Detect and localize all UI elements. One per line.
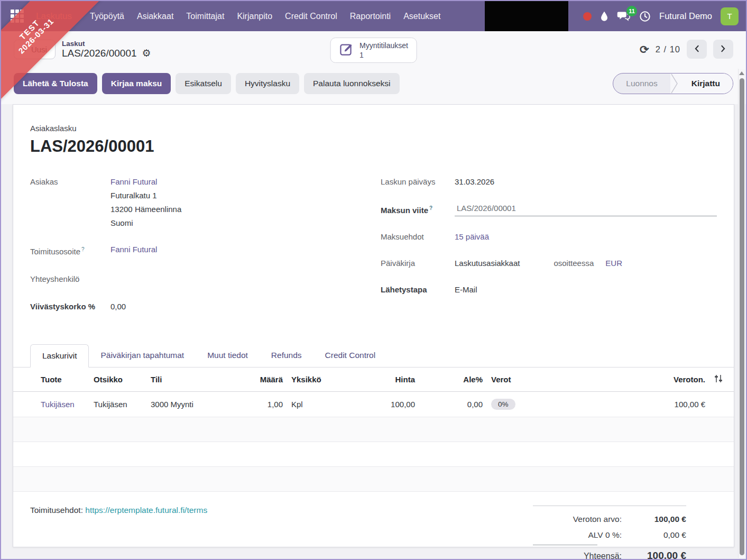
- customer-link[interactable]: Fanni Futural: [110, 175, 181, 189]
- table-row-empty: [13, 467, 734, 492]
- terms-label: Toimitusehdot:: [30, 506, 83, 515]
- breadcrumb-current: LAS/2026/00001: [62, 48, 137, 59]
- navbar-systray: 11 Futural Demo T: [485, 1, 739, 31]
- document-type-label: Asiakaslasku: [30, 124, 717, 133]
- journal-value[interactable]: Laskutusasiakkaat: [455, 256, 520, 270]
- table-header-row: Tuote Otsikko Tili Määrä Yksikkö Hinta A…: [13, 368, 734, 392]
- control-panel: + Uusi Laskut LAS/2026/00001 ⚙ Myyntitil…: [1, 31, 746, 67]
- new-button-label: Uusi: [31, 45, 47, 54]
- apps-grid-icon[interactable]: [11, 10, 24, 23]
- register-payment-button[interactable]: Kirjaa maksu: [102, 73, 171, 94]
- action-bar: Lähetä & Tulosta Kirjaa maksu Esikatselu…: [1, 67, 746, 104]
- scrollbar-thumb[interactable]: [740, 78, 744, 555]
- contact-field[interactable]: [110, 272, 368, 286]
- col-header-account: Tili: [146, 368, 241, 392]
- sale-orders-smart-button[interactable]: Myyntitilaukset 1: [330, 38, 417, 63]
- notebook-tabs: Laskurivit Päiväkirjan tapahtumat Muut t…: [13, 344, 734, 368]
- payment-ref-label: Maksun viite?: [381, 201, 455, 217]
- col-header-product: Tuote: [36, 368, 89, 392]
- late-fee-label: Viivästyskorko %: [30, 300, 110, 314]
- droplet-icon[interactable]: [600, 11, 608, 22]
- pager: ⟳ 2 / 10: [640, 40, 733, 59]
- journal-currency-link[interactable]: EUR: [605, 256, 622, 270]
- gear-icon[interactable]: ⚙: [142, 48, 151, 58]
- delivery-method-label: Lähetystapa: [381, 283, 455, 297]
- invoice-date-label: Laskun päiväys: [381, 175, 455, 189]
- invoice-sheet: Asiakaslasku LAS/2026/00001 Asiakas Fann…: [13, 104, 734, 547]
- reset-to-draft-button[interactable]: Palauta luonnokseksi: [304, 73, 400, 94]
- chevron-right-icon: [720, 44, 726, 54]
- statusbar: Luonnos Kirjattu: [613, 73, 733, 94]
- invoice-date-value[interactable]: 31.03.2026: [455, 175, 494, 189]
- nav-item-asetukset[interactable]: Asetukset: [403, 12, 440, 21]
- preview-button[interactable]: Esikatselu: [176, 73, 231, 94]
- new-button[interactable]: + Uusi: [14, 40, 56, 59]
- help-question-icon: ?: [81, 246, 85, 252]
- send-print-button[interactable]: Lähetä & Tulosta: [14, 73, 97, 94]
- pager-next-button[interactable]: [713, 40, 733, 59]
- delivery-method-value[interactable]: E-Mail: [455, 283, 477, 297]
- credit-note-button[interactable]: Hyvityslasku: [236, 73, 299, 94]
- tab-journal-items[interactable]: Päiväkirjan tapahtumat: [89, 344, 196, 367]
- cell-price: 100,00: [336, 392, 419, 417]
- col-header-uom: Yksikkö: [287, 368, 336, 392]
- total-label: Yhteensä:: [584, 548, 622, 559]
- clock-icon[interactable]: [639, 11, 651, 22]
- terms-line: Toimitusehdot: https://erptemplate.futur…: [30, 506, 207, 515]
- untaxed-label: Veroton arvo:: [573, 511, 622, 527]
- totals-divider: [533, 545, 597, 545]
- col-header-discount: Ale%: [419, 368, 487, 392]
- cell-account: 3000 Myynti: [146, 392, 241, 417]
- breadcrumb-parent[interactable]: Laskut: [62, 40, 151, 48]
- smart-button-label: Myyntitilaukset: [359, 41, 408, 50]
- tab-refunds[interactable]: Refunds: [260, 344, 313, 367]
- delivery-address-label: Toimitusosoite?: [30, 243, 110, 259]
- nav-item-credit-control[interactable]: Credit Control: [285, 12, 337, 21]
- delivery-address-link[interactable]: Fanni Futural: [110, 245, 157, 254]
- terms-link[interactable]: https://erptemplate.futural.fi/terms: [85, 506, 207, 515]
- nav-item-kirjanpito[interactable]: Kirjanpito: [237, 12, 272, 21]
- nav-item-asiakkaat[interactable]: Asiakkaat: [137, 12, 173, 21]
- payment-terms-link[interactable]: 15 päivää: [455, 232, 489, 241]
- form-view: Asiakaslasku LAS/2026/00001 Asiakas Fann…: [1, 104, 746, 559]
- customer-label: Asiakas: [30, 175, 110, 230]
- nav-item-raportointi[interactable]: Raportointi: [350, 12, 391, 21]
- pager-previous-button[interactable]: [687, 40, 707, 59]
- payment-ref-input[interactable]: [455, 204, 717, 216]
- pager-count[interactable]: 2 / 10: [656, 44, 680, 54]
- user-avatar[interactable]: T: [721, 7, 739, 25]
- cell-label: Tukijäsen: [89, 392, 146, 417]
- tax-badge: 0%: [491, 399, 515, 410]
- scroll-up-arrow-icon[interactable]: [739, 71, 744, 75]
- edit-note-icon: [339, 42, 353, 59]
- customer-address-line: 13200 Hämeenlinna: [110, 203, 181, 216]
- tab-other-info[interactable]: Muut tiedot: [196, 344, 260, 367]
- table-row[interactable]: Tukijäsen Tukijäsen 3000 Myynti 1,00 Kpl…: [13, 392, 734, 417]
- table-row-empty: [13, 417, 734, 442]
- stage-draft[interactable]: Luonnos: [613, 74, 670, 94]
- cell-discount: 0,00: [419, 392, 487, 417]
- nav-item-tyopoyta[interactable]: Työpöytä: [90, 12, 124, 21]
- chevron-left-icon: [694, 44, 700, 54]
- late-fee-value[interactable]: 0,00: [110, 300, 126, 314]
- journal-preposition: osoitteessa: [554, 256, 594, 270]
- table-row-empty: [13, 442, 734, 467]
- app-name[interactable]: Laskutus: [36, 11, 72, 22]
- cell-subtotal: 100,00 €: [650, 392, 709, 417]
- app-window: Laskutus Työpöytä Asiakkaat Toimittajat …: [0, 0, 747, 560]
- tab-credit-control[interactable]: Credit Control: [313, 344, 388, 367]
- nav-item-toimittajat[interactable]: Toimittajat: [186, 12, 224, 21]
- untaxed-value: 100,00 €: [622, 511, 686, 527]
- cell-product-link[interactable]: Tukijäsen: [41, 400, 75, 409]
- stage-posted[interactable]: Kirjattu: [679, 74, 733, 94]
- invoice-title: LAS/2026/00001: [30, 137, 717, 156]
- user-name[interactable]: Futural Demo: [659, 11, 712, 21]
- tab-invoice-lines[interactable]: Laskurivit: [30, 344, 89, 368]
- col-header-taxes: Verot: [487, 368, 650, 392]
- main-menu: Työpöytä Asiakkaat Toimittajat Kirjanpit…: [90, 12, 440, 21]
- sliders-icon[interactable]: [714, 374, 723, 383]
- chat-bubbles-icon[interactable]: 11: [617, 11, 631, 22]
- refresh-icon[interactable]: ⟳: [640, 44, 649, 55]
- sheet-footer: Toimitusehdot: https://erptemplate.futur…: [13, 492, 734, 559]
- col-header-label: Otsikko: [89, 368, 146, 392]
